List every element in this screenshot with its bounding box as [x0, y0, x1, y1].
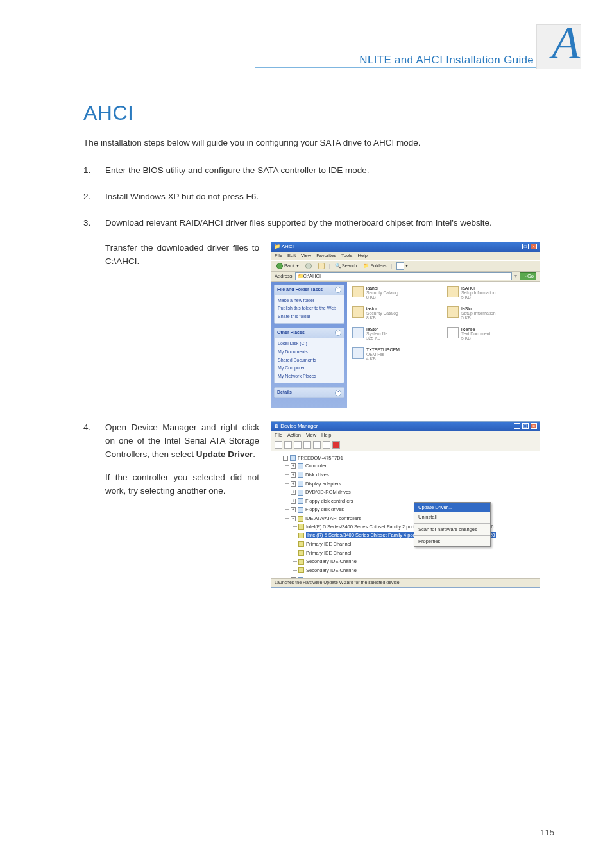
- file-item[interactable]: IaAHCISetup Information5 KB: [447, 286, 534, 304]
- device-tree[interactable]: −FREEDOM-475F7D1 +Computer+Disk drives+D…: [271, 451, 540, 578]
- file-item[interactable]: licenseText Document5 KB: [447, 327, 534, 345]
- panel-file-folder-tasks: File and Folder Tasks˄ Make a new folder…: [274, 285, 344, 324]
- toolbar-icon[interactable]: [284, 441, 292, 449]
- ctx-scan[interactable]: Scan for hardware changes: [414, 524, 490, 535]
- views-button[interactable]: ▾: [395, 262, 410, 270]
- step-3: Download relevant RAID/AHCI driver files…: [83, 217, 554, 408]
- tree-root[interactable]: −FREEDOM-475F7D1 +Computer+Disk drives+D…: [283, 454, 536, 578]
- address-field[interactable]: 📁 C:\AHCI: [295, 272, 513, 280]
- step-4-extra: If the controller you selected did not w…: [105, 471, 259, 498]
- collapse-icon[interactable]: ˄: [335, 287, 341, 293]
- task-share[interactable]: Share this folder: [278, 313, 341, 321]
- page-title: AHCI: [83, 101, 554, 125]
- device-icon: [298, 524, 304, 530]
- forward-button[interactable]: [303, 263, 314, 269]
- tree-node[interactable]: Secondary IDE Channel: [298, 566, 536, 575]
- dm-menu-help[interactable]: Help: [321, 431, 331, 439]
- menu-file[interactable]: File: [275, 252, 282, 260]
- toolbar-icon[interactable]: [303, 441, 311, 449]
- place-local-disk[interactable]: Local Disk (C:): [278, 340, 341, 348]
- file-item[interactable]: iastorSecurity Catalog8 KB: [352, 306, 439, 324]
- tree-node[interactable]: +Floppy disk drives: [291, 505, 536, 514]
- section-label: NLITE and AHCI Installation Guide: [359, 54, 534, 67]
- menu-edit[interactable]: Edit: [287, 252, 296, 260]
- toolbar-icon[interactable]: [332, 441, 340, 449]
- ctx-update-driver[interactable]: Update Driver...: [414, 503, 490, 513]
- controller-icon: [298, 516, 303, 522]
- minimize-button[interactable]: _: [514, 423, 520, 429]
- tree-node[interactable]: +Disk drives: [291, 471, 536, 480]
- close-button[interactable]: ×: [531, 244, 537, 249]
- page-number: 115: [540, 828, 554, 837]
- file-icon: [352, 306, 364, 318]
- address-label: Address: [275, 272, 293, 280]
- go-button[interactable]: → Go: [520, 272, 536, 280]
- step-2-text: Install Windows XP but do not press F6.: [105, 190, 554, 204]
- computer-icon: [290, 455, 296, 461]
- step-4-text: Open Device Manager and right click on o…: [105, 421, 259, 462]
- explorer-titlebar[interactable]: 📁 AHCI _ □ ×: [271, 242, 540, 252]
- tree-node[interactable]: Secondary IDE Channel: [298, 557, 536, 566]
- toolbar-icon[interactable]: [323, 441, 330, 449]
- appendix-tab: A: [536, 24, 581, 69]
- device-icon: [298, 498, 303, 504]
- device-manager-screenshot: 🖥 Device Manager _ □ × File Action View: [271, 421, 540, 588]
- file-item[interactable]: IaStorSetup Information5 KB: [447, 306, 534, 324]
- collapse-icon[interactable]: ˄: [335, 330, 341, 336]
- toolbar-icon[interactable]: [294, 441, 302, 449]
- task-new-folder[interactable]: Make a new folder: [278, 297, 341, 305]
- explorer-title: AHCI: [282, 244, 294, 249]
- explorer-screenshot: 📁 AHCI _ □ × File Edit View Favorites: [271, 242, 540, 408]
- task-publish[interactable]: Publish this folder to the Web: [278, 305, 341, 313]
- panel-other-places: Other Places˄ Local Disk (C:) My Documen…: [274, 328, 344, 383]
- panel-details: Details˅: [274, 387, 344, 398]
- tree-node[interactable]: +DVD/CD-ROM drives: [291, 488, 536, 497]
- place-shared-documents[interactable]: Shared Documents: [278, 356, 341, 365]
- file-icon: [352, 347, 364, 359]
- place-my-computer[interactable]: My Computer: [278, 364, 341, 372]
- folders-button[interactable]: 📁 Folders: [361, 262, 388, 270]
- file-icon: [447, 306, 459, 318]
- explorer-files[interactable]: iaahciSecurity Catalog8 KB IaAHCISetup I…: [347, 282, 540, 408]
- search-button[interactable]: 🔍 Search: [333, 262, 359, 270]
- toolbar-icon[interactable]: [313, 441, 321, 449]
- dm-menu-action[interactable]: Action: [287, 431, 301, 439]
- file-item[interactable]: IaStorSystem file325 KB: [352, 327, 439, 345]
- file-icon: [352, 327, 364, 338]
- devmgr-titlebar[interactable]: 🖥 Device Manager _ □ ×: [271, 422, 540, 431]
- appendix-letter: A: [552, 17, 580, 70]
- step-2: Install Windows XP but do not press F6.: [83, 190, 554, 204]
- dm-menu-file[interactable]: File: [275, 431, 282, 439]
- dm-menu-view[interactable]: View: [306, 431, 316, 439]
- tree-node[interactable]: +Computer: [291, 462, 536, 471]
- expand-icon[interactable]: ˅: [335, 390, 341, 396]
- file-item[interactable]: iaahciSecurity Catalog8 KB: [352, 286, 439, 304]
- minimize-button[interactable]: _: [514, 244, 520, 249]
- tree-node[interactable]: +Display adapters: [291, 480, 536, 488]
- maximize-button[interactable]: □: [522, 423, 529, 429]
- device-icon: [298, 490, 303, 496]
- menu-favorites[interactable]: Favorites: [316, 252, 336, 260]
- tree-node[interactable]: Primary IDE Channel: [298, 549, 536, 558]
- ctx-uninstall[interactable]: Uninstall: [414, 512, 490, 522]
- back-button[interactable]: Back ▾: [275, 262, 301, 270]
- file-icon: [352, 286, 364, 297]
- file-item[interactable]: TXTSETUP.OEMOEM File4 KB: [352, 347, 439, 365]
- menu-help[interactable]: Help: [358, 252, 368, 260]
- step-3-text: Download relevant RAID/AHCI driver files…: [105, 217, 554, 230]
- maximize-button[interactable]: □: [522, 244, 529, 249]
- close-button[interactable]: ×: [531, 423, 537, 429]
- menu-tools[interactable]: Tools: [341, 252, 353, 260]
- place-my-network[interactable]: My Network Places: [278, 372, 341, 381]
- tree-node[interactable]: +Floppy disk controllers: [291, 497, 536, 506]
- device-icon: [298, 550, 304, 556]
- devmgr-title: Device Manager: [280, 423, 318, 429]
- menu-view[interactable]: View: [301, 252, 311, 260]
- place-my-documents[interactable]: My Documents: [278, 348, 341, 356]
- ctx-properties[interactable]: Properties: [414, 537, 490, 547]
- up-button[interactable]: [316, 263, 327, 269]
- explorer-sidepanel: File and Folder Tasks˄ Make a new folder…: [271, 282, 347, 408]
- explorer-menubar: File Edit View Favorites Tools Help: [271, 252, 540, 260]
- toolbar-icon[interactable]: [275, 441, 282, 449]
- tree-ide-controllers[interactable]: −IDE ATA/ATAPI controllers Intel(R) 5 Se…: [291, 514, 536, 575]
